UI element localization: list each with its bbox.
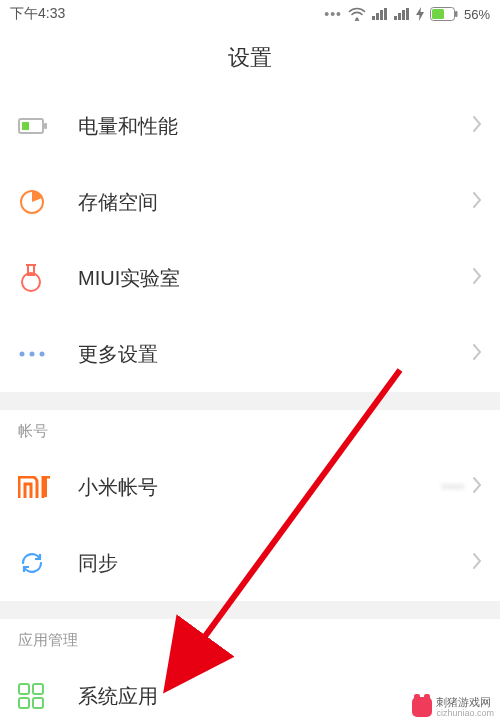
row-storage[interactable]: 存储空间	[0, 164, 500, 240]
battery-icon	[430, 7, 458, 21]
svg-rect-3	[380, 10, 383, 20]
signal-icon-2	[394, 8, 410, 20]
watermark-logo-icon	[412, 697, 432, 717]
account-value: ••••	[442, 478, 464, 496]
svg-rect-26	[33, 698, 43, 708]
section-header-accounts: 帐号	[0, 410, 500, 449]
settings-group-1: 电量和性能 存储空间 MIUI实验室 更多设置	[0, 88, 500, 392]
row-battery-performance[interactable]: 电量和性能	[0, 88, 500, 164]
apps-grid-icon	[18, 683, 78, 709]
row-mi-account[interactable]: 小米帐号 ••••	[0, 449, 500, 525]
svg-rect-23	[19, 684, 29, 694]
svg-rect-6	[398, 13, 401, 20]
watermark-title: 刺猪游戏网	[436, 696, 494, 708]
mi-logo-icon	[18, 476, 78, 498]
chevron-right-icon	[472, 267, 482, 289]
svg-rect-5	[394, 16, 397, 20]
svg-rect-7	[402, 10, 405, 20]
chevron-right-icon	[472, 191, 482, 213]
signal-icon-1	[372, 8, 388, 20]
chevron-right-icon	[472, 115, 482, 137]
row-label: 存储空间	[78, 189, 472, 216]
svg-rect-25	[19, 698, 29, 708]
row-label: 电量和性能	[78, 113, 472, 140]
row-more-settings[interactable]: 更多设置	[0, 316, 500, 392]
row-label: 同步	[78, 550, 472, 577]
row-label: 小米帐号	[78, 474, 442, 501]
svg-rect-11	[432, 9, 444, 19]
page-title-bar: 设置	[0, 28, 500, 88]
svg-point-21	[40, 352, 45, 357]
svg-rect-10	[455, 11, 458, 17]
chevron-right-icon	[472, 552, 482, 574]
row-miui-lab[interactable]: MIUI实验室	[0, 240, 500, 316]
svg-rect-2	[376, 13, 379, 20]
svg-rect-24	[33, 684, 43, 694]
status-indicators: ••• 56%	[324, 6, 490, 22]
svg-rect-13	[44, 123, 47, 129]
svg-rect-22	[43, 477, 47, 497]
battery-percent: 56%	[464, 7, 490, 22]
page-title: 设置	[228, 43, 272, 73]
status-time: 下午4:33	[10, 5, 65, 23]
chevron-right-icon	[472, 343, 482, 365]
wifi-icon	[348, 7, 366, 21]
status-bar: 下午4:33 ••• 56%	[0, 0, 500, 28]
charging-icon	[416, 7, 424, 21]
row-label: 更多设置	[78, 341, 472, 368]
more-dots-icon	[18, 350, 78, 358]
svg-rect-4	[384, 8, 387, 20]
svg-point-19	[20, 352, 25, 357]
svg-rect-14	[22, 122, 29, 130]
sync-icon	[18, 549, 78, 577]
chevron-right-icon	[472, 476, 482, 498]
lab-flask-icon	[18, 263, 78, 293]
settings-group-accounts: 帐号 小米帐号 •••• 同步	[0, 410, 500, 601]
svg-point-0	[356, 18, 359, 21]
section-header-app-mgmt: 应用管理	[0, 619, 500, 658]
battery-rect-icon	[18, 115, 78, 137]
watermark-sub: cizhuniao.com	[436, 708, 494, 718]
svg-rect-8	[406, 8, 409, 20]
row-sync[interactable]: 同步	[0, 525, 500, 601]
watermark: 刺猪游戏网 cizhuniao.com	[412, 696, 494, 718]
svg-point-20	[30, 352, 35, 357]
svg-rect-1	[372, 16, 375, 20]
row-label: MIUI实验室	[78, 265, 472, 292]
more-dots-icon: •••	[324, 6, 342, 22]
storage-pie-icon	[18, 188, 78, 216]
